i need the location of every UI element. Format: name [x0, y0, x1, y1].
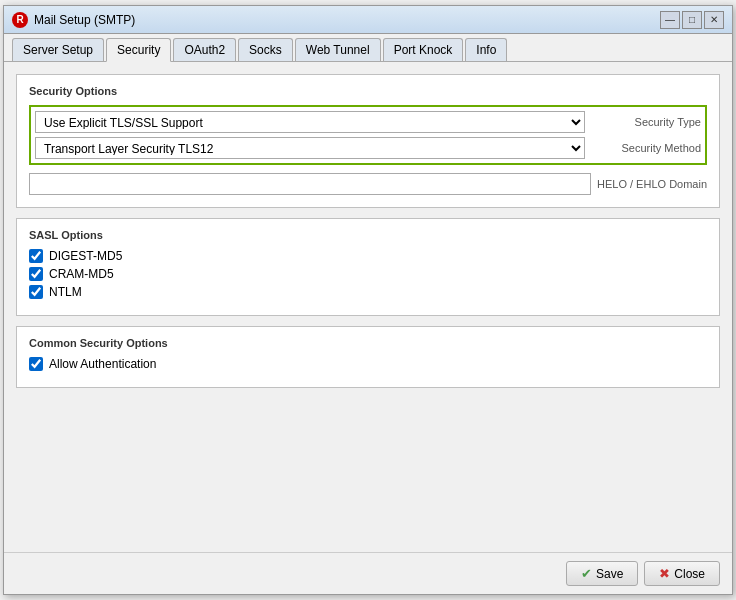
- close-label: Close: [674, 567, 705, 581]
- window-title: Mail Setup (SMTP): [34, 13, 660, 27]
- security-options-box: Use Explicit TLS/SSL Support Use Implici…: [29, 105, 707, 165]
- tab-web-tunnel[interactable]: Web Tunnel: [295, 38, 381, 61]
- minimize-button[interactable]: —: [660, 11, 680, 29]
- save-label: Save: [596, 567, 623, 581]
- close-button[interactable]: ✖ Close: [644, 561, 720, 586]
- security-options-title: Security Options: [29, 85, 707, 97]
- tab-info[interactable]: Info: [465, 38, 507, 61]
- cram-md5-label: CRAM-MD5: [49, 267, 114, 281]
- cram-md5-row: CRAM-MD5: [29, 267, 707, 281]
- tab-socks[interactable]: Socks: [238, 38, 293, 61]
- common-security-title: Common Security Options: [29, 337, 707, 349]
- security-method-select[interactable]: Transport Layer Security TLS12 Transport…: [35, 137, 585, 159]
- app-icon: R: [12, 12, 28, 28]
- tab-port-knock[interactable]: Port Knock: [383, 38, 464, 61]
- digest-md5-label: DIGEST-MD5: [49, 249, 122, 263]
- common-security-section: Common Security Options Allow Authentica…: [16, 326, 720, 388]
- sasl-options-section: SASL Options DIGEST-MD5 CRAM-MD5 NTLM: [16, 218, 720, 316]
- titlebar-buttons: — □ ✕: [660, 11, 724, 29]
- titlebar: R Mail Setup (SMTP) — □ ✕: [4, 6, 732, 34]
- cram-md5-checkbox[interactable]: [29, 267, 43, 281]
- tab-oauth2[interactable]: OAuth2: [173, 38, 236, 61]
- digest-md5-row: DIGEST-MD5: [29, 249, 707, 263]
- main-window: R Mail Setup (SMTP) — □ ✕ Server Setup S…: [3, 5, 733, 595]
- helo-input[interactable]: [29, 173, 591, 195]
- close-icon: ✖: [659, 566, 670, 581]
- tab-server-setup[interactable]: Server Setup: [12, 38, 104, 61]
- tab-bar: Server Setup Security OAuth2 Socks Web T…: [4, 34, 732, 62]
- ntlm-row: NTLM: [29, 285, 707, 299]
- allow-auth-label: Allow Authentication: [49, 357, 156, 371]
- security-options-section: Security Options Use Explicit TLS/SSL Su…: [16, 74, 720, 208]
- helo-row: HELO / EHLO Domain: [29, 173, 707, 195]
- security-type-label: Security Type: [591, 116, 701, 128]
- ntlm-label: NTLM: [49, 285, 82, 299]
- helo-label: HELO / EHLO Domain: [597, 178, 707, 190]
- security-type-row: Use Explicit TLS/SSL Support Use Implici…: [35, 111, 701, 133]
- content-area: Security Options Use Explicit TLS/SSL Su…: [4, 62, 732, 552]
- maximize-button[interactable]: □: [682, 11, 702, 29]
- allow-auth-checkbox[interactable]: [29, 357, 43, 371]
- tab-security[interactable]: Security: [106, 38, 171, 62]
- footer: ✔ Save ✖ Close: [4, 552, 732, 594]
- digest-md5-checkbox[interactable]: [29, 249, 43, 263]
- close-window-button[interactable]: ✕: [704, 11, 724, 29]
- sasl-options-title: SASL Options: [29, 229, 707, 241]
- security-method-label: Security Method: [591, 142, 701, 154]
- save-button[interactable]: ✔ Save: [566, 561, 638, 586]
- security-type-select[interactable]: Use Explicit TLS/SSL Support Use Implici…: [35, 111, 585, 133]
- allow-auth-row: Allow Authentication: [29, 357, 707, 371]
- security-method-row: Transport Layer Security TLS12 Transport…: [35, 137, 701, 159]
- save-icon: ✔: [581, 566, 592, 581]
- ntlm-checkbox[interactable]: [29, 285, 43, 299]
